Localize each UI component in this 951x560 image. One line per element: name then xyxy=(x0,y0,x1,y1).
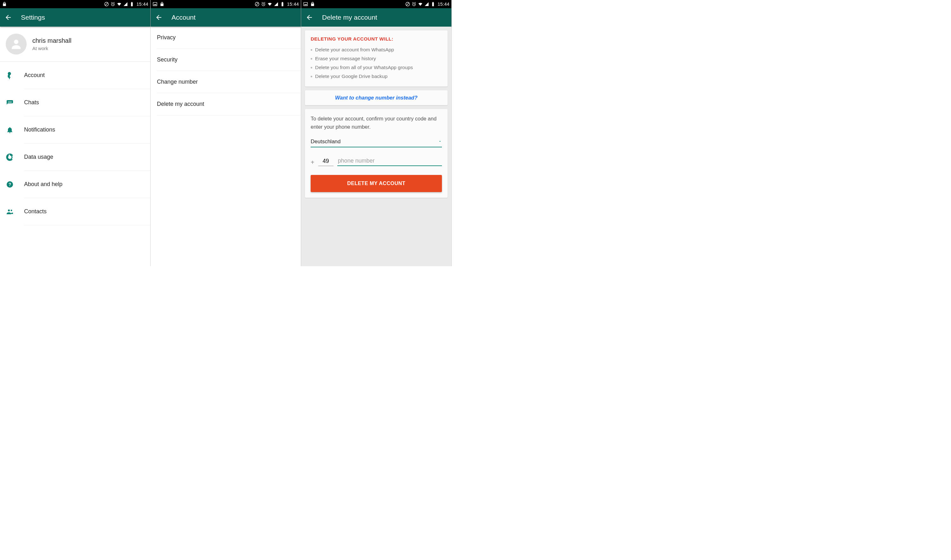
no-sim-icon xyxy=(255,2,260,7)
settings-item-data-usage[interactable]: Data usage xyxy=(24,143,150,171)
settings-label: Data usage xyxy=(24,154,53,160)
warning-card: DELETING YOUR ACCOUNT WILL: Delete your … xyxy=(305,31,448,86)
battery-icon xyxy=(129,2,134,7)
page-title: Account xyxy=(171,14,195,21)
phone-number-input[interactable] xyxy=(337,156,442,166)
settings-label: Notifications xyxy=(24,126,55,133)
wifi-icon xyxy=(418,2,423,7)
svg-point-9 xyxy=(8,209,10,211)
status-clock: 15:44 xyxy=(437,2,449,7)
signal-icon xyxy=(424,2,429,7)
phone-row: + xyxy=(311,156,442,166)
settings-label: Chats xyxy=(24,99,39,106)
signal-icon xyxy=(274,2,279,7)
list-label: Security xyxy=(157,56,177,63)
confirm-card: To delete your account, confirm your cou… xyxy=(305,109,448,198)
lock-icon xyxy=(2,2,7,7)
account-item-change-number[interactable]: Change number xyxy=(157,71,301,93)
bell-icon xyxy=(6,126,14,134)
image-icon xyxy=(152,2,157,7)
lock-icon xyxy=(160,2,165,7)
warning-item: Erase your message history xyxy=(311,54,442,63)
status-bar: 15:44 xyxy=(301,0,451,8)
svg-text:?: ? xyxy=(9,182,11,187)
account-item-privacy[interactable]: Privacy xyxy=(157,27,301,49)
svg-rect-15 xyxy=(304,3,308,6)
battery-icon xyxy=(280,2,285,7)
settings-label: Account xyxy=(24,72,45,78)
chevron-down-icon xyxy=(438,139,442,145)
battery-icon xyxy=(431,2,435,7)
signal-icon xyxy=(123,2,128,7)
svg-rect-11 xyxy=(153,3,157,6)
profile-row[interactable]: chris marshall At work xyxy=(0,27,150,62)
screen-settings: 15:44 Settings chris marshall At work Ac… xyxy=(0,0,151,266)
settings-item-about[interactable]: ? About and help xyxy=(24,171,150,198)
profile-status: At work xyxy=(32,46,71,51)
screen-account: 15:44 Account Privacy Security Change nu… xyxy=(151,0,301,266)
settings-label: About and help xyxy=(24,181,62,188)
list-label: Privacy xyxy=(157,34,175,41)
confirm-text: To delete your account, confirm your cou… xyxy=(311,115,442,131)
plus-icon: + xyxy=(311,159,314,166)
page-title: Settings xyxy=(21,14,45,21)
app-bar: Account xyxy=(151,8,301,27)
change-number-link[interactable]: Want to change number instead? xyxy=(335,95,417,100)
alarm-icon xyxy=(411,2,417,7)
svg-line-1 xyxy=(105,3,108,5)
settings-list: Account Chats Notifications Data usage ?… xyxy=(0,62,150,225)
app-bar: Settings xyxy=(0,8,150,27)
alarm-icon xyxy=(261,2,266,7)
country-name: Deutschland xyxy=(311,138,341,145)
app-bar: Delete my account xyxy=(301,8,451,27)
warning-item: Delete your account from WhatsApp xyxy=(311,45,442,54)
warning-list: Delete your account from WhatsApp Erase … xyxy=(311,45,442,81)
list-label: Change number xyxy=(157,78,198,85)
list-label: Delete my account xyxy=(157,101,204,108)
data-icon xyxy=(6,153,14,161)
wifi-icon xyxy=(117,2,122,7)
back-icon[interactable] xyxy=(5,14,12,21)
svg-line-13 xyxy=(256,3,259,5)
warning-item: Delete your Google Drive backup xyxy=(311,72,442,81)
country-code-input[interactable] xyxy=(318,157,334,166)
page-title: Delete my account xyxy=(322,14,377,21)
lock-icon xyxy=(310,2,315,7)
settings-item-contacts[interactable]: Contacts xyxy=(24,198,150,225)
profile-name: chris marshall xyxy=(32,37,71,45)
settings-item-chats[interactable]: Chats xyxy=(24,89,150,116)
image-icon xyxy=(303,2,308,7)
status-bar: 15:44 xyxy=(0,0,150,8)
svg-point-3 xyxy=(14,40,18,44)
status-clock: 15:44 xyxy=(287,2,299,7)
warning-heading: DELETING YOUR ACCOUNT WILL: xyxy=(311,36,442,42)
country-select[interactable]: Deutschland xyxy=(311,137,442,148)
back-icon[interactable] xyxy=(155,14,163,21)
account-item-delete[interactable]: Delete my account xyxy=(157,93,301,115)
account-list: Privacy Security Change number Delete my… xyxy=(151,27,301,115)
account-item-security[interactable]: Security xyxy=(157,49,301,71)
no-sim-icon xyxy=(405,2,410,7)
svg-rect-6 xyxy=(9,77,11,78)
screen-delete-account: 15:44 Delete my account DELETING YOUR AC… xyxy=(301,0,452,266)
help-icon: ? xyxy=(6,180,14,189)
svg-point-10 xyxy=(11,209,12,211)
settings-item-notifications[interactable]: Notifications xyxy=(24,116,150,143)
back-icon[interactable] xyxy=(306,14,313,21)
wifi-icon xyxy=(267,2,272,7)
status-bar: 15:44 xyxy=(151,0,301,8)
settings-label: Contacts xyxy=(24,208,46,215)
alarm-icon xyxy=(110,2,115,7)
chat-icon xyxy=(6,98,14,107)
delete-account-button[interactable]: DELETE MY ACCOUNT xyxy=(311,175,442,192)
avatar xyxy=(6,34,27,54)
change-number-card: Want to change number instead? xyxy=(305,90,448,105)
svg-line-17 xyxy=(406,3,409,5)
warning-item: Delete you from all of your WhatsApp gro… xyxy=(311,63,442,72)
key-icon xyxy=(6,71,14,80)
status-clock: 15:44 xyxy=(136,2,148,7)
contacts-icon xyxy=(6,208,14,216)
settings-item-account[interactable]: Account xyxy=(24,62,150,89)
no-sim-icon xyxy=(104,2,109,7)
